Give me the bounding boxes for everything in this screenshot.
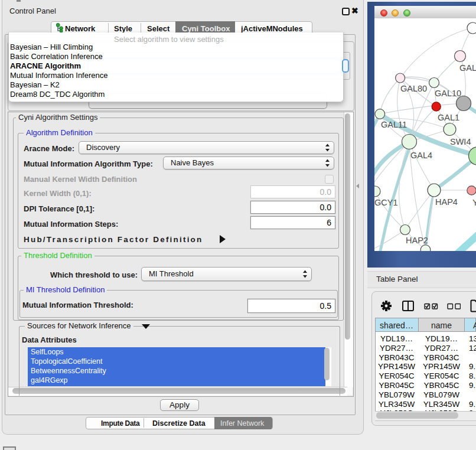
svg-text:HAP2: HAP2 <box>406 236 428 245</box>
svg-text:GAL1: GAL1 <box>438 113 459 122</box>
svg-text:GAL10: GAL10 <box>435 89 461 98</box>
svg-text:GAL7: GAL7 <box>459 63 476 73</box>
svg-text:GAL80: GAL80 <box>400 84 427 93</box>
svg-text:GCY1: GCY1 <box>374 198 398 207</box>
svg-text:HAP4: HAP4 <box>435 197 458 207</box>
svg-text:SWI4: SWI4 <box>450 137 471 146</box>
svg-text:Y: Y <box>472 198 476 207</box>
svg-text:GAL11: GAL11 <box>381 120 407 129</box>
svg-text:GAL4: GAL4 <box>410 151 432 160</box>
